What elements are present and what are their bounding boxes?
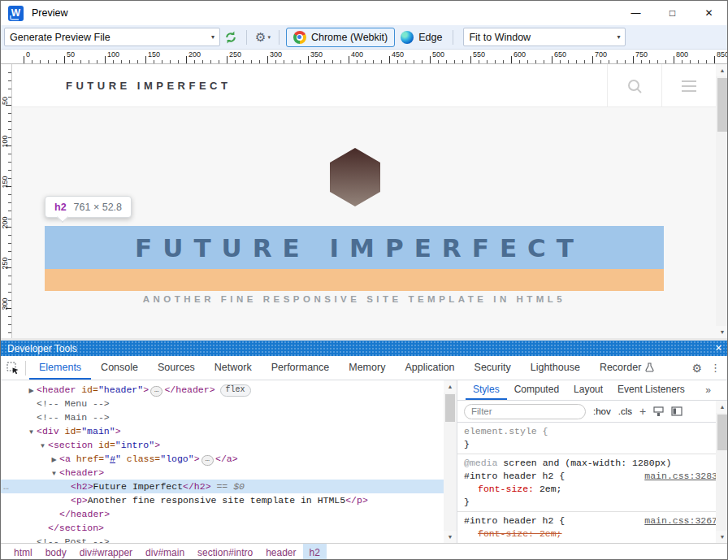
- scrollbar-thumb[interactable]: [717, 78, 727, 132]
- row-gutter-dots-icon[interactable]: …: [3, 480, 10, 493]
- inspect-element-button[interactable]: [1, 357, 25, 380]
- scrollbar-thumb[interactable]: [445, 394, 455, 422]
- collapse-arrow-icon[interactable]: ▼: [49, 467, 59, 480]
- css-overridden-declaration[interactable]: font-size: 2em;: [478, 528, 562, 539]
- crumb-html[interactable]: html: [7, 544, 39, 560]
- code-token: </h2>: [183, 481, 211, 492]
- scroll-down-icon[interactable]: ▼: [716, 531, 728, 543]
- devtools-settings-icon[interactable]: ⚙: [691, 362, 702, 375]
- scroll-up-icon[interactable]: ▲: [716, 401, 728, 413]
- zoom-mode-dropdown[interactable]: Fit to Window ▾: [463, 28, 626, 46]
- close-button[interactable]: ✕: [691, 1, 727, 25]
- rendering-icon[interactable]: [653, 406, 664, 417]
- tab-network[interactable]: Network: [205, 356, 262, 380]
- edge-button[interactable]: Edge: [395, 28, 448, 47]
- css-source-link[interactable]: main.css:3267: [644, 514, 717, 527]
- crumb-h2-selected[interactable]: h2: [303, 544, 327, 560]
- tab-separator: [25, 361, 26, 376]
- scroll-up-icon[interactable]: ▲: [444, 380, 457, 393]
- crumb-body[interactable]: body: [39, 544, 73, 560]
- expand-dots-button[interactable]: …: [150, 386, 162, 397]
- site-subtitle: ANOTHER FINE RESPONSIVE SITE TEMPLATE IN…: [45, 294, 664, 304]
- styles-tab-bar: Styles Computed Layout Event Listeners »: [457, 380, 728, 401]
- tree-row-div-main[interactable]: ▼<div id="main">: [1, 424, 444, 438]
- crumb-section-intro[interactable]: section#intro: [191, 544, 259, 560]
- style-rule-element[interactable]: element.style { }: [457, 423, 728, 454]
- code-comment: <!-- Post -->: [37, 536, 110, 543]
- tab-layout[interactable]: Layout: [566, 380, 610, 400]
- css-property-value[interactable]: 2em;: [534, 484, 562, 494]
- style-rule-media-3283[interactable]: @media screen and (max-width: 1280px) #i…: [457, 454, 728, 512]
- tree-row-section-close[interactable]: </section>: [1, 521, 444, 535]
- toggle-hover-button[interactable]: :hov: [593, 406, 611, 416]
- tab-performance[interactable]: Performance: [262, 356, 340, 380]
- generate-preview-dropdown[interactable]: Generate Preview File ▾: [4, 28, 220, 46]
- crumb-header[interactable]: header: [259, 544, 302, 560]
- tab-event-listeners[interactable]: Event Listeners: [610, 380, 692, 400]
- preview-scrollbar[interactable]: ▲ ▼: [716, 64, 728, 338]
- tab-memory[interactable]: Memory: [339, 356, 395, 380]
- tab-elements[interactable]: Elements: [29, 356, 91, 380]
- devtools-close-button[interactable]: ✕: [715, 343, 722, 354]
- styles-content: element.style { } @media screen and (max…: [457, 423, 728, 543]
- tab-sources[interactable]: Sources: [148, 356, 205, 380]
- css-brace: }: [464, 439, 470, 449]
- tab-lighthouse[interactable]: Lighthouse: [521, 356, 590, 380]
- tab-security[interactable]: Security: [465, 356, 521, 380]
- collapse-arrow-icon[interactable]: ▼: [26, 425, 37, 439]
- scrollbar-thumb[interactable]: [717, 415, 727, 450]
- site-search-button[interactable]: [607, 64, 661, 107]
- expand-arrow-icon[interactable]: ▶: [49, 453, 59, 467]
- code-token: </a>: [215, 454, 238, 464]
- site-hexagon-logo[interactable]: [330, 148, 380, 206]
- sidebar-panel-icon[interactable]: [671, 406, 682, 416]
- tree-row-comment[interactable]: <!-- Main -->: [1, 410, 444, 424]
- styles-filter-input[interactable]: [464, 404, 586, 419]
- chrome-webkit-button[interactable]: Chrome (Webkit): [286, 28, 395, 47]
- tab-application[interactable]: Application: [395, 356, 464, 380]
- tree-row-h2-selected[interactable]: …<h2>Future Imperfect</h2> == $0: [1, 480, 444, 493]
- toggle-class-button[interactable]: .cls: [618, 406, 632, 416]
- code-token: </section>: [48, 523, 104, 533]
- tab-console[interactable]: Console: [91, 356, 148, 380]
- styles-scrollbar[interactable]: ▲ ▼: [716, 401, 728, 543]
- expand-dots-button[interactable]: …: [202, 455, 214, 466]
- expand-arrow-icon[interactable]: ▶: [26, 384, 37, 397]
- scroll-down-icon[interactable]: ▼: [716, 326, 728, 338]
- more-tabs-chevron-icon[interactable]: »: [705, 384, 711, 396]
- flex-badge[interactable]: flex: [220, 384, 251, 397]
- tab-recorder[interactable]: Recorder: [590, 356, 664, 380]
- tab-computed[interactable]: Computed: [507, 380, 566, 400]
- css-source-link[interactable]: main.css:3283: [644, 470, 717, 483]
- href-link[interactable]: #: [110, 454, 115, 464]
- devtools-panel: Developer Tools ✕ Elements Console Sourc…: [1, 338, 728, 560]
- collapse-arrow-icon[interactable]: ▼: [37, 439, 48, 453]
- tree-row-a-logo[interactable]: ▶<a href="#" class="logo">…</a>: [1, 452, 444, 466]
- tree-row-header-close[interactable]: </header>: [1, 507, 444, 521]
- style-rule-3267[interactable]: #intro header h2 {main.css:3267 font-siz…: [457, 512, 728, 543]
- code-token: >: [115, 426, 121, 436]
- elements-scrollbar[interactable]: ▲ ▼: [444, 380, 457, 543]
- devtools-kebab-menu-icon[interactable]: ⋮: [710, 362, 721, 374]
- site-menu-button[interactable]: [661, 64, 716, 107]
- tree-row-p[interactable]: <p>Another fine responsive site template…: [1, 493, 444, 507]
- new-style-rule-button[interactable]: +: [639, 405, 646, 418]
- refresh-button[interactable]: [223, 30, 238, 45]
- tree-row-header[interactable]: ▶<header id="header">…</header>flex: [1, 383, 444, 397]
- settings-button[interactable]: ⚙ ▾: [255, 30, 271, 45]
- css-property-name[interactable]: font-size:: [478, 484, 534, 494]
- tree-row-header-inner[interactable]: ▼<header>: [1, 466, 444, 480]
- minimize-button[interactable]: —: [618, 1, 654, 25]
- tab-styles[interactable]: Styles: [466, 380, 507, 400]
- crumb-div-wrapper[interactable]: div#wrapper: [73, 544, 139, 560]
- tree-row-section-intro[interactable]: ▼<section id="intro">: [1, 438, 444, 452]
- scroll-up-icon[interactable]: ▲: [716, 64, 728, 76]
- crumb-div-main[interactable]: div#main: [139, 544, 191, 560]
- tree-row-comment[interactable]: <!-- Post -->: [1, 535, 444, 543]
- scroll-down-icon[interactable]: ▼: [444, 531, 457, 543]
- maximize-button[interactable]: □: [654, 1, 691, 25]
- tree-row-comment[interactable]: <!-- Menu -->: [1, 397, 444, 410]
- code-token: </header>: [164, 384, 214, 395]
- site-logo[interactable]: FUTURE IMPERFECT: [66, 64, 231, 107]
- code-token: class=: [121, 454, 160, 464]
